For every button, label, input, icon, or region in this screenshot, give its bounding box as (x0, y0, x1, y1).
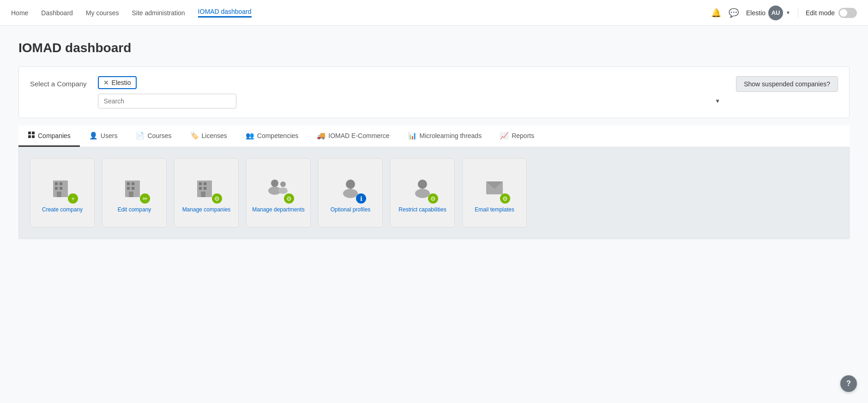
svg-rect-20 (204, 187, 206, 190)
microlearning-icon: 📊 (408, 132, 417, 140)
gear-badge: ⚙ (500, 193, 510, 204)
nav-links: Home Dashboard My courses Site administr… (11, 8, 252, 18)
svg-rect-8 (60, 187, 62, 190)
avatar: AU (768, 6, 783, 20)
show-suspended-button[interactable]: Show suspended companies? (736, 76, 838, 92)
notification-icon[interactable]: 🔔 (711, 8, 721, 18)
tab-microlearning-label: Microlearning threads (420, 132, 482, 139)
svg-rect-9 (57, 192, 61, 197)
search-input[interactable] (98, 94, 236, 108)
tab-microlearning[interactable]: 📊 Microlearning threads (399, 126, 491, 147)
competencies-icon: 👥 (246, 132, 254, 140)
svg-rect-13 (127, 187, 130, 190)
tab-courses-label: Courses (147, 132, 171, 139)
nav-my-courses[interactable]: My courses (86, 9, 119, 17)
tag-close-icon[interactable]: ✕ (103, 79, 109, 86)
nav-site-admin[interactable]: Site administration (132, 9, 185, 17)
svg-rect-17 (199, 182, 202, 185)
card-create-company[interactable]: + Create company (30, 158, 95, 228)
svg-rect-3 (32, 135, 35, 138)
search-input-wrap: ▼ (98, 94, 725, 108)
manage-companies-label: Manage companies (182, 206, 231, 214)
tab-competencies-label: Competencies (257, 132, 299, 139)
nav-iomad-dashboard[interactable]: IOMAD dashboard (198, 8, 252, 18)
plus-badge: + (68, 193, 78, 204)
tab-iomad-ecommerce-label: IOMAD E-Commerce (328, 132, 389, 139)
svg-rect-19 (199, 187, 202, 190)
card-email-templates[interactable]: ⚙ Email templates (462, 158, 527, 228)
svg-rect-11 (127, 182, 130, 185)
gear-badge: ⚙ (212, 193, 222, 204)
tab-users[interactable]: 👤 Users (80, 126, 127, 147)
edit-mode-label: Edit mode (806, 9, 835, 17)
email-templates-label: Email templates (475, 206, 514, 214)
edit-company-label: Edit company (118, 206, 151, 214)
svg-point-22 (271, 180, 278, 187)
svg-point-29 (415, 189, 430, 198)
top-nav: Home Dashboard My courses Site administr… (0, 0, 868, 26)
gear-badge: ⚙ (284, 193, 294, 204)
nav-home[interactable]: Home (11, 9, 28, 17)
chevron-down-icon: ▼ (786, 10, 790, 15)
companies-icon (28, 131, 35, 140)
tab-courses[interactable]: 📄 Courses (127, 126, 181, 147)
svg-point-28 (418, 180, 427, 189)
main-content: IOMAD dashboard Select a Company ✕ Elest… (0, 26, 868, 254)
card-manage-departments[interactable]: ⚙ Manage departments (246, 158, 311, 228)
user-area[interactable]: Elestio AU ▼ (746, 6, 790, 20)
courses-icon: 📄 (136, 132, 145, 140)
reports-icon: 📈 (500, 132, 509, 140)
company-selector-box: Select a Company ✕ Elestio ▼ Show suspen… (18, 66, 850, 118)
card-restrict-capabilities[interactable]: ⚙ Restrict capabilities (390, 158, 455, 228)
svg-rect-0 (28, 132, 31, 134)
svg-rect-14 (132, 187, 134, 190)
card-icon-wrap: + (48, 174, 76, 202)
selector-row: Select a Company ✕ Elestio ▼ Show suspen… (30, 76, 838, 108)
selected-company-tag[interactable]: ✕ Elestio (98, 76, 137, 89)
chevron-down-icon: ▼ (715, 98, 720, 104)
tab-reports[interactable]: 📈 Reports (491, 126, 543, 147)
tab-competencies[interactable]: 👥 Competencies (236, 126, 308, 147)
card-edit-company[interactable]: ✏ Edit company (102, 158, 167, 228)
card-icon-wrap: ⚙ (193, 174, 220, 202)
card-icon-wrap: ⚙ (265, 174, 292, 202)
chat-icon[interactable]: 💬 (729, 8, 739, 18)
card-icon-wrap: ⚙ (409, 174, 436, 202)
svg-rect-15 (129, 192, 133, 197)
licenses-icon: 🏷️ (190, 132, 199, 140)
svg-point-24 (280, 181, 286, 187)
tab-iomad-ecommerce[interactable]: 🚚 IOMAD E-Commerce (307, 126, 398, 147)
svg-point-25 (278, 187, 288, 194)
manage-departments-label: Manage departments (252, 206, 304, 214)
users-icon: 👤 (89, 132, 98, 140)
card-manage-companies[interactable]: ⚙ Manage companies (174, 158, 239, 228)
selector-label: Select a Company (30, 80, 87, 88)
ecommerce-icon: 🚚 (317, 132, 326, 140)
restrict-capabilities-label: Restrict capabilities (398, 206, 446, 214)
tab-licenses-label: Licenses (202, 132, 227, 139)
selected-company-name: Elestio (112, 79, 131, 86)
svg-rect-7 (55, 187, 58, 190)
page-title: IOMAD dashboard (18, 41, 850, 55)
optional-profiles-label: Optional profiles (331, 206, 371, 214)
svg-point-27 (343, 189, 358, 198)
tab-companies-label: Companies (38, 132, 71, 139)
nav-dashboard[interactable]: Dashboard (41, 9, 73, 17)
card-icon-wrap: ✏ (121, 174, 148, 202)
gear-badge: ⚙ (428, 193, 438, 204)
card-optional-profiles[interactable]: ℹ Optional profiles (318, 158, 383, 228)
card-icon-wrap: ⚙ (481, 174, 508, 202)
svg-rect-12 (132, 182, 134, 185)
svg-rect-2 (28, 135, 31, 138)
tab-companies[interactable]: Companies (18, 126, 80, 147)
tab-licenses[interactable]: 🏷️ Licenses (181, 126, 236, 147)
svg-rect-6 (60, 182, 62, 185)
svg-rect-5 (55, 182, 58, 185)
tab-users-label: Users (101, 132, 118, 139)
edit-mode-toggle[interactable] (838, 8, 857, 18)
user-name-label: Elestio (746, 9, 766, 17)
card-icon-wrap: ℹ (337, 174, 364, 202)
tabs-bar: Companies 👤 Users 📄 Courses 🏷️ Licenses … (18, 126, 850, 147)
svg-rect-1 (32, 132, 35, 134)
cards-area: + Create company (18, 147, 850, 239)
